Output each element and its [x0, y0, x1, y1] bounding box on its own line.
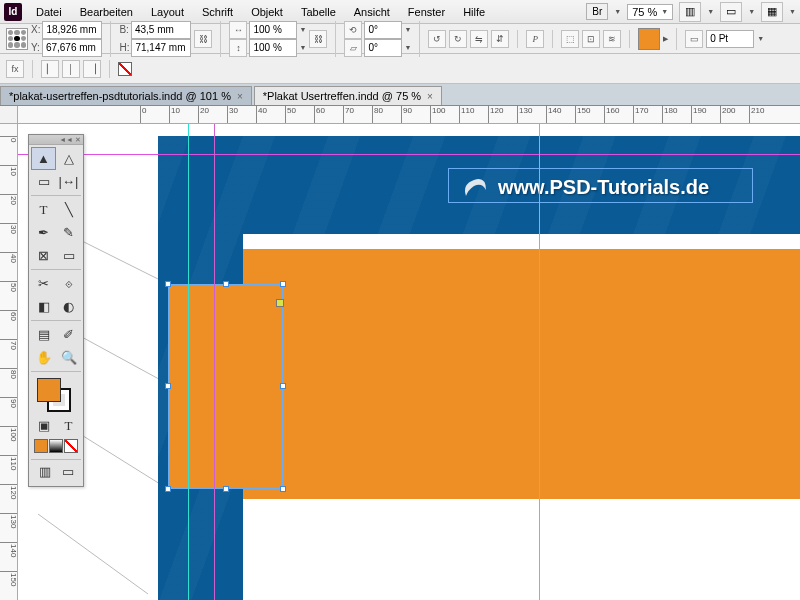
menu-schrift[interactable]: Schrift — [194, 3, 241, 21]
select-container-icon[interactable]: ⬚ — [561, 30, 579, 48]
fill-swatch[interactable] — [638, 28, 660, 50]
chevron-down-icon: ▼ — [404, 44, 411, 51]
screen-mode-icon[interactable]: ▭ — [720, 2, 742, 22]
rotate-field[interactable] — [364, 21, 402, 39]
hand-tool[interactable]: ✋ — [31, 346, 56, 369]
selection-handle[interactable] — [165, 281, 171, 287]
horizontal-guide[interactable] — [18, 154, 800, 155]
menu-ansicht[interactable]: Ansicht — [346, 3, 398, 21]
selection-center[interactable] — [276, 299, 284, 307]
select-content-icon[interactable]: ⊡ — [582, 30, 600, 48]
menu-datei[interactable]: Datei — [28, 3, 70, 21]
selection-handle[interactable] — [280, 281, 286, 287]
selection-handle[interactable] — [165, 383, 171, 389]
tool-panel[interactable]: ◄◄ ✕ ▲ △ ▭ |↔| T ╲ ✒ ✎ ⊠ ▭ ✂ ⟐ ◧ ◐ ▤ ✐ ✋… — [28, 134, 84, 487]
apply-gradient-button[interactable] — [49, 439, 63, 453]
h-label: H: — [119, 42, 129, 53]
reference-point-picker[interactable] — [6, 28, 28, 50]
direct-selection-tool[interactable]: △ — [56, 147, 81, 170]
selection-handle[interactable] — [223, 486, 229, 492]
text-wrap-icon[interactable]: ≋ — [603, 30, 621, 48]
rotate-cw-icon[interactable]: ↻ — [449, 30, 467, 48]
margin-guide-left[interactable] — [214, 124, 215, 600]
formatting-container-icon[interactable]: ▣ — [31, 414, 56, 437]
menu-bearbeiten[interactable]: Bearbeiten — [72, 3, 141, 21]
document-tab[interactable]: *plakat-usertreffen-psdtutorials.indd @ … — [0, 86, 252, 105]
flip-h-icon[interactable]: ⇋ — [470, 30, 488, 48]
menu-hilfe[interactable]: Hilfe — [455, 3, 493, 21]
scale-x-icon: ↔ — [229, 21, 247, 39]
align-center-icon[interactable]: │ — [62, 60, 80, 78]
menu-fenster[interactable]: Fenster — [400, 3, 453, 21]
align-left-icon[interactable]: ▏ — [41, 60, 59, 78]
flip-v-icon[interactable]: ⇵ — [491, 30, 509, 48]
gradient-swatch-tool[interactable]: ◧ — [31, 295, 56, 318]
gradient-feather-tool[interactable]: ◐ — [56, 295, 81, 318]
scissors-tool[interactable]: ✂ — [31, 272, 56, 295]
x-field[interactable] — [42, 21, 102, 39]
menu-tabelle[interactable]: Tabelle — [293, 3, 344, 21]
pen-tool[interactable]: ✒ — [31, 221, 56, 244]
selection-handle[interactable] — [280, 383, 286, 389]
vertical-guide[interactable] — [188, 124, 189, 600]
apply-none-button[interactable] — [64, 439, 78, 453]
ruler-origin[interactable] — [0, 106, 18, 124]
formatting-text-icon[interactable]: T — [56, 414, 81, 437]
selection-handle[interactable] — [165, 486, 171, 492]
close-icon[interactable]: × — [237, 91, 243, 102]
stroke-none-swatch[interactable] — [118, 62, 132, 76]
scale-y-field[interactable] — [249, 39, 297, 57]
selection-tool[interactable]: ▲ — [31, 147, 56, 170]
pencil-tool[interactable]: ✎ — [56, 221, 81, 244]
fill-stroke-picker[interactable] — [31, 374, 81, 414]
scale-x-field[interactable] — [249, 21, 297, 39]
eyedropper-tool[interactable]: ✐ — [56, 323, 81, 346]
document-canvas[interactable]: www.PSD-Tutorials.de — [18, 124, 800, 600]
fx-icon[interactable]: fx — [6, 60, 24, 78]
view-mode-preview[interactable]: ▭ — [59, 463, 77, 479]
vertical-guide[interactable] — [539, 124, 540, 600]
close-icon[interactable]: × — [427, 91, 433, 102]
zoom-level-select[interactable]: 75 %▼ — [627, 4, 673, 20]
vertical-ruler[interactable]: 0102030405060708090100110120130140150160 — [0, 124, 18, 600]
free-transform-tool[interactable]: ⟐ — [56, 272, 81, 295]
note-tool[interactable]: ▤ — [31, 323, 56, 346]
selection-outline — [168, 284, 283, 489]
chevron-down-icon: ▶ — [663, 35, 668, 43]
rectangle-frame-tool[interactable]: ⊠ — [31, 244, 56, 267]
panel-collapse-icon[interactable]: ◄◄ ✕ — [29, 135, 83, 145]
zoom-tool[interactable]: 🔍 — [56, 346, 81, 369]
type-tool[interactable]: T — [31, 198, 56, 221]
shear-field[interactable] — [364, 39, 402, 57]
page-tool[interactable]: ▭ — [31, 170, 56, 193]
menu-objekt[interactable]: Objekt — [243, 3, 291, 21]
stroke-weight-field[interactable] — [706, 30, 754, 48]
chevron-down-icon: ▼ — [757, 35, 764, 42]
constrain-icon[interactable]: ⛓ — [194, 30, 212, 48]
arrange-docs-icon[interactable]: ▦ — [761, 2, 783, 22]
width-field[interactable] — [131, 21, 191, 39]
fill-swatch[interactable] — [37, 378, 61, 402]
shear-icon: ▱ — [344, 39, 362, 57]
selection-handle[interactable] — [280, 486, 286, 492]
gap-tool[interactable]: |↔| — [56, 170, 81, 193]
view-options-icon[interactable]: ▥ — [679, 2, 701, 22]
view-mode-normal[interactable]: ▥ — [36, 463, 54, 479]
bridge-button[interactable]: Br — [586, 3, 608, 20]
menu-layout[interactable]: Layout — [143, 3, 192, 21]
chevron-down-icon: ▼ — [404, 26, 411, 33]
constrain-scale-icon[interactable]: ⛓ — [309, 30, 327, 48]
align-right-icon[interactable]: ▕ — [83, 60, 101, 78]
rotate-ccw-icon[interactable]: ↺ — [428, 30, 446, 48]
rectangle-tool[interactable]: ▭ — [56, 244, 81, 267]
apply-color-button[interactable] — [34, 439, 48, 453]
chevron-down-icon: ▼ — [299, 44, 306, 51]
horizontal-ruler[interactable]: 0102030405060708090100110120130140150160… — [18, 106, 800, 124]
line-tool[interactable]: ╲ — [56, 198, 81, 221]
height-field[interactable] — [131, 39, 191, 57]
para-indicator-icon: P — [526, 30, 544, 48]
y-field[interactable] — [42, 39, 102, 57]
rotate-icon: ⟲ — [344, 21, 362, 39]
document-tab[interactable]: *Plakat Usertreffen.indd @ 75 %× — [254, 86, 442, 105]
selection-handle[interactable] — [223, 281, 229, 287]
